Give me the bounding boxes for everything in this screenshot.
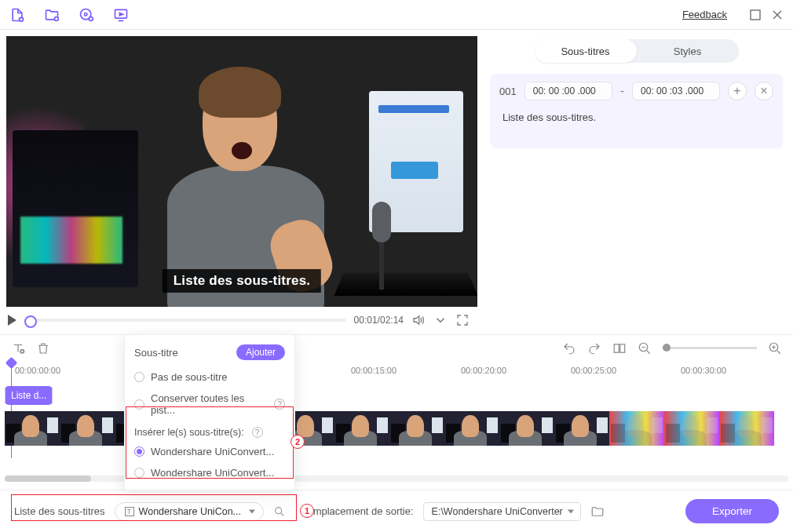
select-value: Wondershare UniCon...	[139, 506, 241, 517]
chevron-down-icon	[249, 509, 255, 513]
time-dash: -	[620, 84, 624, 98]
title-bar: Feedback	[0, 0, 793, 30]
tab-group: Sous-titres Styles	[535, 39, 739, 63]
snap-icon[interactable]	[612, 341, 627, 355]
svg-rect-9	[620, 344, 625, 352]
add-online-icon[interactable]	[113, 7, 129, 23]
add-text-icon[interactable]	[11, 341, 25, 355]
preview-scene	[6, 36, 477, 307]
subtitle-clip[interactable]: Liste d...	[5, 386, 53, 405]
radio-icon	[134, 399, 144, 410]
maximize-icon[interactable]	[749, 9, 762, 21]
video-thumbnail	[554, 411, 609, 446]
option-no-subtitle[interactable]: Pas de sous-titre	[125, 366, 294, 388]
time-display: 00:01/02:14	[354, 315, 404, 326]
option-keep-all[interactable]: Conserver toutes les pist... ?	[125, 388, 294, 421]
play-button[interactable]	[8, 315, 16, 326]
option-insert-2[interactable]: Wondershare UniConvert...	[125, 462, 294, 483]
annotation-badge-1: 1	[300, 504, 314, 518]
horizontal-scrollbar[interactable]	[5, 476, 788, 482]
redo-icon[interactable]	[587, 341, 601, 355]
output-path-select[interactable]: E:\Wondershare UniConverter	[423, 502, 581, 521]
add-subtitle-button[interactable]: +	[728, 82, 747, 100]
video-column: Liste des sous-titres. 00:01/02:14	[0, 30, 477, 334]
option-insert-1[interactable]: Wondershare UniConvert...	[125, 441, 294, 462]
subtitle-time-row: 001 00: 00 :00 .000 - 00: 00 :03 .000 + …	[499, 82, 773, 100]
timeline-toolbar	[0, 334, 793, 361]
feedback-link[interactable]: Feedback	[682, 9, 727, 20]
subtitle-list-label: Liste des sous-titres	[14, 505, 105, 517]
zoom-out-icon[interactable]	[638, 341, 652, 355]
tool-icons-group	[9, 7, 129, 23]
subtitle-text[interactable]: Liste des sous-titres.	[499, 105, 773, 140]
video-thumbnail	[664, 411, 719, 446]
option-label: Conserver toutes les pist...	[151, 392, 268, 416]
radio-icon-selected	[134, 446, 144, 457]
subtitle-entry: 001 00: 00 :00 .000 - 00: 00 :03 .000 + …	[490, 74, 783, 148]
undo-icon[interactable]	[562, 341, 576, 355]
export-button[interactable]: Exporter	[685, 499, 779, 523]
option-label: Wondershare UniConvert...	[151, 467, 274, 479]
close-icon[interactable]	[771, 9, 784, 21]
video-preview[interactable]: Liste des sous-titres.	[6, 36, 477, 307]
svg-rect-8	[614, 344, 619, 352]
radio-icon	[134, 468, 144, 478]
chevron-down-icon	[568, 509, 574, 513]
subtitle-list-select[interactable]: T Wondershare UniCon...	[115, 502, 264, 521]
help-icon[interactable]: ?	[274, 399, 285, 410]
video-thumbnail	[499, 411, 554, 446]
ruler-tick: 00:00:00:00	[15, 366, 60, 375]
timeline-area[interactable]: 00:00:00:0000:00:15:0000:00:20:0000:00:2…	[0, 361, 793, 486]
delete-icon[interactable]	[36, 341, 50, 355]
seek-bar[interactable]	[24, 319, 346, 322]
player-controls: 00:01/02:14	[0, 307, 477, 333]
subtitle-dropdown-popup: Sous-titre Ajouter Pas de sous-titre Con…	[124, 334, 295, 490]
add-folder-icon[interactable]	[44, 7, 60, 23]
video-thumbnail	[609, 411, 664, 446]
text-icon: T	[125, 507, 134, 516]
annotation-badge-2: 2	[291, 435, 305, 449]
volume-icon[interactable]	[411, 313, 426, 327]
output-path-value: E:\Wondershare UniConverter	[432, 506, 563, 517]
folder-icon[interactable]	[590, 505, 605, 519]
output-location-label: Emplacement de sortie:	[306, 505, 414, 517]
svg-point-3	[85, 13, 87, 15]
option-label: Pas de sous-titre	[151, 371, 228, 383]
fullscreen-icon[interactable]	[455, 313, 470, 327]
radio-icon	[134, 372, 144, 382]
insert-section-label: Insérer le(s) sous-titre(s): ?	[125, 421, 294, 441]
tab-subtitles[interactable]: Sous-titres	[535, 39, 637, 63]
help-icon[interactable]: ?	[252, 427, 263, 438]
dropdown-title: Sous-titre	[134, 347, 178, 359]
video-thumbnail	[719, 411, 774, 446]
subtitle-index: 001	[499, 86, 517, 97]
option-label: Wondershare UniConvert...	[151, 446, 274, 457]
video-thumbnail	[444, 411, 499, 446]
add-disc-icon[interactable]	[79, 7, 94, 23]
ruler-tick: 00:00:20:00	[461, 366, 506, 375]
ruler-tick: 00:00:15:00	[351, 366, 396, 375]
ruler-tick: 00:00:30:00	[681, 366, 726, 375]
svg-point-12	[276, 507, 282, 513]
video-thumbnail	[5, 411, 60, 446]
zoom-slider[interactable]	[663, 347, 757, 349]
svg-rect-6	[751, 10, 760, 20]
ruler-tick: 00:00:25:00	[571, 366, 616, 375]
end-time-input[interactable]: 00: 00 :03 .000	[632, 82, 720, 100]
dropdown-add-button[interactable]: Ajouter	[236, 344, 285, 360]
add-file-icon[interactable]	[9, 7, 25, 23]
video-thumbnail	[60, 411, 115, 446]
remove-subtitle-button[interactable]: ×	[755, 82, 773, 100]
chevron-down-icon[interactable]	[433, 313, 448, 327]
bottom-bar: Liste des sous-titres T Wondershare UniC…	[0, 490, 793, 532]
subtitle-panel: Sous-titres Styles 001 00: 00 :00 .000 -…	[477, 30, 793, 334]
video-thumbnail	[334, 411, 389, 446]
zoom-in-icon[interactable]	[768, 341, 782, 355]
search-icon[interactable]	[273, 505, 286, 518]
thumbnail-strip[interactable]	[5, 411, 788, 446]
main-content: Liste des sous-titres. 00:01/02:14 Sous-…	[0, 30, 793, 334]
tab-styles[interactable]: Styles	[637, 39, 739, 63]
subtitle-overlay: Liste des sous-titres.	[163, 269, 321, 293]
video-thumbnail	[389, 411, 444, 446]
start-time-input[interactable]: 00: 00 :00 .000	[524, 82, 612, 100]
